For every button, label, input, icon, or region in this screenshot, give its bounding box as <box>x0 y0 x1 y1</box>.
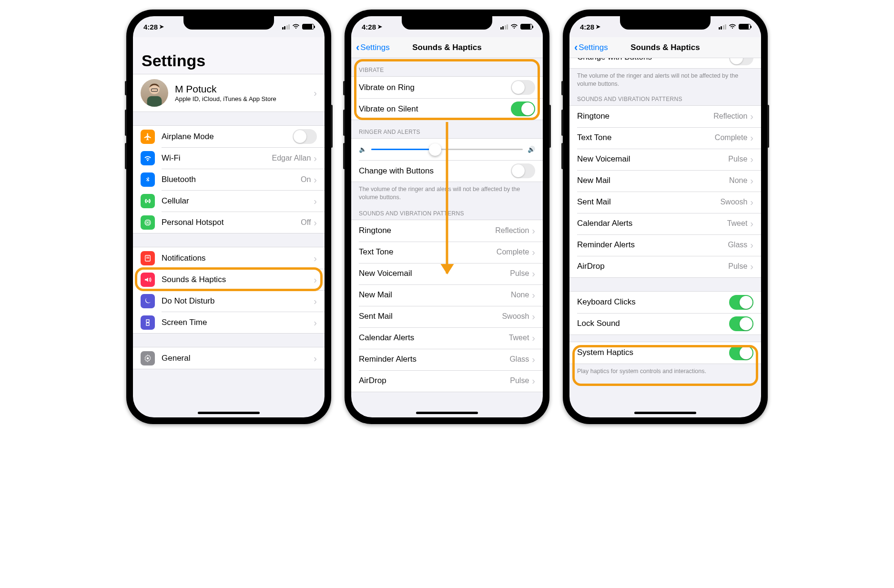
airplane-icon <box>141 130 155 144</box>
row-vibrate-on-silent[interactable]: Vibrate on Silent <box>351 98 543 120</box>
avatar <box>141 79 168 107</box>
row-sent-mail[interactable]: Sent MailSwoosh› <box>351 306 543 327</box>
system-haptics-row[interactable]: System Haptics <box>569 342 761 364</box>
chevron-right-icon: › <box>532 376 535 385</box>
row-sent-mail[interactable]: Sent MailSwoosh› <box>569 192 761 213</box>
cellular-icon <box>141 194 155 208</box>
row-label: Sent Mail <box>359 312 502 321</box>
cellular-signal-icon <box>282 24 290 30</box>
svg-point-4 <box>147 222 149 223</box>
row-ringtone[interactable]: RingtoneReflection› <box>569 106 761 127</box>
chevron-right-icon: › <box>314 354 317 363</box>
settings-row-bluetooth[interactable]: BluetoothOn› <box>133 169 325 190</box>
row-airdrop[interactable]: AirDropPulse› <box>351 370 543 392</box>
settings-row-airplane-mode[interactable]: Airplane Mode <box>133 126 325 147</box>
back-button[interactable]: ‹Settings <box>356 42 390 53</box>
row-label: AirDrop <box>577 262 728 271</box>
row-detail: Swoosh <box>720 198 747 206</box>
row-airdrop[interactable]: AirDropPulse› <box>569 256 761 277</box>
change-with-buttons-toggle[interactable] <box>511 163 535 178</box>
phone-frame-2: 4:28➤ ‹Settings Sounds & Haptics VIBRATE… <box>345 10 549 424</box>
apple-id-row[interactable]: M Potuck Apple ID, iCloud, iTunes & App … <box>133 74 325 112</box>
change-with-buttons-toggle[interactable] <box>729 58 753 65</box>
row-reminder-alerts[interactable]: Reminder AlertsGlass› <box>351 349 543 370</box>
row-detail: Pulse <box>728 262 747 271</box>
system-haptics-toggle[interactable] <box>729 345 753 360</box>
battery-icon <box>302 24 314 30</box>
settings-row-personal-hotspot[interactable]: Personal HotspotOff› <box>133 212 325 233</box>
row-reminder-alerts[interactable]: Reminder AlertsGlass› <box>569 234 761 256</box>
row-toggle[interactable] <box>511 101 535 116</box>
row-lock-sound[interactable]: Lock Sound <box>569 313 761 335</box>
row-label: Text Tone <box>577 133 715 142</box>
settings-row-wi-fi[interactable]: Wi-FiEdgar Allan› <box>133 147 325 169</box>
row-label: Cellular <box>162 196 314 206</box>
row-label: Sounds & Haptics <box>162 275 314 284</box>
profile-subtitle: Apple ID, iCloud, iTunes & App Store <box>175 95 314 102</box>
row-toggle[interactable] <box>729 316 753 331</box>
row-label: Ringtone <box>577 112 713 121</box>
section-header-vibrate: VIBRATE <box>351 58 543 76</box>
row-detail: Pulse <box>510 376 529 385</box>
row-calendar-alerts[interactable]: Calendar AlertsTweet› <box>351 327 543 349</box>
nav-bar: ‹Settings Sounds & Haptics <box>569 37 761 58</box>
settings-row-screen-time[interactable]: Screen Time› <box>133 312 325 333</box>
location-arrow-icon: ➤ <box>377 23 382 30</box>
chevron-right-icon: › <box>314 318 317 327</box>
haptics-footer: Play haptics for system controls and int… <box>569 364 761 380</box>
home-indicator[interactable] <box>416 412 478 414</box>
row-label: Notifications <box>162 253 314 263</box>
chevron-right-icon: › <box>750 197 753 207</box>
settings-row-do-not-disturb[interactable]: Do Not Disturb› <box>133 290 325 312</box>
nav-title: Sounds & Haptics <box>630 43 700 52</box>
chevron-right-icon: › <box>314 218 317 227</box>
change-with-buttons-row-partial[interactable]: Change with Buttons <box>569 58 761 69</box>
settings-row-general[interactable]: General› <box>133 347 325 369</box>
wifi-icon <box>292 24 300 29</box>
profile-name: M Potuck <box>175 83 314 95</box>
phone-frame-1: 4:28➤ Settings M Potuck Apple ID, iCloud… <box>126 10 331 424</box>
row-label: Vibrate on Ring <box>359 83 511 92</box>
phone-frame-3: 4:28➤ ‹Settings Sounds & Haptics Change … <box>563 10 768 424</box>
row-new-voicemail[interactable]: New VoicemailPulse› <box>569 149 761 170</box>
row-label: New Voicemail <box>359 269 510 278</box>
row-label: Sent Mail <box>577 197 720 207</box>
home-indicator[interactable] <box>634 412 696 414</box>
wifi-icon <box>141 151 155 165</box>
row-detail: Reflection <box>495 226 529 235</box>
chevron-right-icon: › <box>532 355 535 364</box>
row-label: Wi-Fi <box>162 153 272 163</box>
location-arrow-icon: ➤ <box>159 23 164 30</box>
row-toggle[interactable] <box>293 129 317 144</box>
row-label: AirDrop <box>359 376 510 385</box>
row-keyboard-clicks[interactable]: Keyboard Clicks <box>569 292 761 313</box>
row-label: New Voicemail <box>577 154 728 164</box>
settings-row-cellular[interactable]: Cellular› <box>133 190 325 212</box>
row-detail: Pulse <box>728 155 747 163</box>
row-calendar-alerts[interactable]: Calendar AlertsTweet› <box>569 213 761 234</box>
row-new-mail[interactable]: New MailNone› <box>569 170 761 192</box>
wifi-icon <box>510 24 518 29</box>
row-toggle[interactable] <box>729 295 753 310</box>
chevron-right-icon: › <box>314 296 317 306</box>
general-icon <box>141 351 155 365</box>
home-indicator[interactable] <box>198 412 260 414</box>
chevron-right-icon: › <box>314 88 317 98</box>
annotation-arrow-down <box>446 122 448 274</box>
row-new-mail[interactable]: New MailNone› <box>351 284 543 306</box>
back-button[interactable]: ‹Settings <box>574 42 608 53</box>
page-title: Settings <box>133 37 325 74</box>
chevron-right-icon: › <box>750 154 753 164</box>
volume-high-icon: 🔊 <box>528 146 535 153</box>
row-toggle[interactable] <box>511 80 535 95</box>
settings-row-notifications[interactable]: Notifications› <box>133 247 325 269</box>
row-detail: Glass <box>509 355 529 364</box>
chevron-right-icon: › <box>750 219 753 228</box>
row-detail: Swoosh <box>502 312 529 321</box>
nav-title: Sounds & Haptics <box>412 43 481 52</box>
row-text-tone[interactable]: Text ToneComplete› <box>569 127 761 149</box>
row-vibrate-on-ring[interactable]: Vibrate on Ring <box>351 77 543 98</box>
row-label: New Mail <box>359 290 511 300</box>
chevron-right-icon: › <box>314 196 317 206</box>
settings-row-sounds-haptics[interactable]: Sounds & Haptics› <box>133 269 325 290</box>
